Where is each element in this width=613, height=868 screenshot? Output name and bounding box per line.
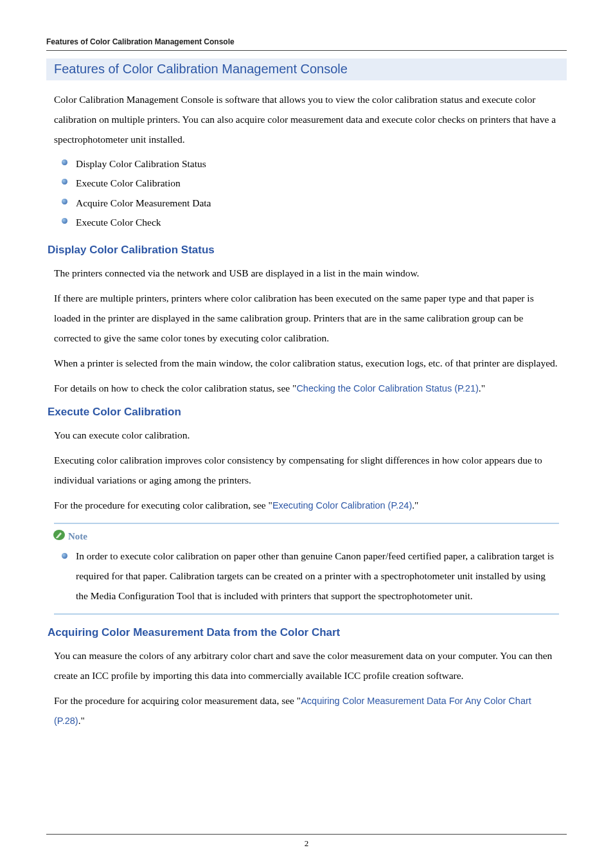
intro-paragraph: Color Calibration Management Console is …	[54, 89, 559, 149]
body-paragraph: For the procedure for executing color ca…	[54, 495, 559, 515]
text-fragment: For details on how to check the color ca…	[54, 383, 296, 393]
text-fragment: ."	[412, 500, 418, 511]
list-item: Execute Color Calibration	[62, 174, 567, 193]
list-item: Acquire Color Measurement Data	[62, 194, 567, 213]
note-head: Note	[53, 529, 559, 543]
body-paragraph: When a printer is selected from the main…	[54, 353, 559, 373]
link-checking-status[interactable]: Checking the Color Calibration Status (P…	[296, 383, 478, 393]
page-number: 2	[305, 838, 309, 848]
pencil-icon	[53, 529, 66, 543]
note-block: Note In order to execute color calibrati…	[54, 523, 559, 615]
body-paragraph: If there are multiple printers, printers…	[54, 288, 559, 348]
body-paragraph: Executing color calibration improves col…	[54, 450, 559, 490]
page-title: Features of Color Calibration Management…	[46, 59, 567, 80]
section-heading-display: Display Color Calibration Status	[48, 244, 567, 257]
text-fragment: ."	[479, 383, 485, 393]
page-footer: 2	[46, 834, 567, 849]
body-paragraph: For details on how to check the color ca…	[54, 378, 559, 398]
page-container: Features of Color Calibration Management…	[0, 0, 613, 868]
running-head: Features of Color Calibration Management…	[46, 37, 567, 51]
text-fragment: ."	[78, 715, 85, 726]
note-item: In order to execute color calibration on…	[62, 546, 559, 606]
link-executing-calibration[interactable]: Executing Color Calibration (P.24)	[272, 500, 412, 511]
list-item: Display Color Calibration Status	[62, 154, 567, 174]
list-item: Execute Color Check	[62, 213, 567, 232]
section-heading-execute: Execute Color Calibration	[48, 406, 567, 419]
body-paragraph: You can execute color calibration.	[54, 425, 559, 445]
text-fragment: For the procedure for executing color ca…	[54, 500, 272, 511]
body-paragraph: For the procedure for acquiring color me…	[54, 691, 559, 730]
feature-list: Display Color Calibration Status Execute…	[62, 154, 567, 232]
body-paragraph: You can measure the colors of any arbitr…	[54, 646, 559, 685]
body-paragraph: The printers connected via the network a…	[54, 263, 559, 283]
note-list: In order to execute color calibration on…	[62, 546, 559, 606]
section-heading-acquire: Acquiring Color Measurement Data from th…	[48, 626, 567, 639]
note-label: Note	[68, 531, 87, 542]
text-fragment: For the procedure for acquiring color me…	[54, 695, 301, 706]
